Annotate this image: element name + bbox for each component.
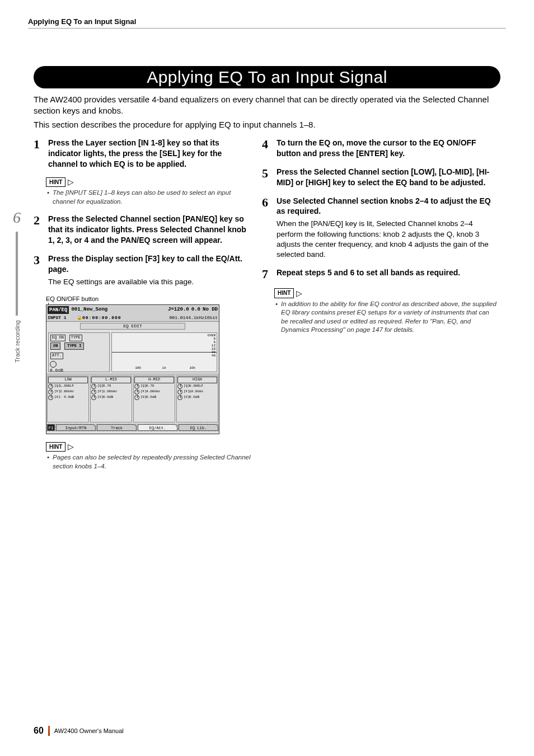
step-description: The EQ settings are available via this p… <box>48 277 252 287</box>
chart-tick: 10k <box>189 366 195 370</box>
step-title: To turn the EQ on, move the cursor to th… <box>277 138 476 158</box>
input-label: INPUT 1 <box>48 315 77 321</box>
step-number: 3 <box>34 254 46 266</box>
step-title: Press the Selected Channel section [PAN/… <box>48 214 246 245</box>
step-1: 1 Press the Layer section [IN 1-8] key s… <box>34 138 252 170</box>
hint-text: The [INPUT SEL] 1–8 keys can also be use… <box>53 189 252 206</box>
g-knob-icon[interactable] <box>177 395 182 400</box>
eq-band: HIGH[Q]H.SHELF[F]10.0kHz[G]0.0dB <box>176 375 218 422</box>
dd-label: No DD <box>203 306 218 314</box>
f-value: 2.80kHz <box>60 389 88 394</box>
page-header: Applying EQ To an Input Signal <box>28 17 506 29</box>
band-name: L-MID <box>91 377 131 383</box>
sample-rate: 44.1kHz <box>185 315 204 321</box>
step-title: Press the Display section [F3] key to ca… <box>48 254 242 274</box>
step-title: Press the Selected Channel section [LOW]… <box>277 167 489 187</box>
att-value: 0.0dB <box>50 368 108 374</box>
hint-box: HINT ▷ In addition to the ability for fi… <box>274 288 497 335</box>
f-knob-icon[interactable] <box>177 389 182 395</box>
hint-box: HINT ▷ Pages can also be selected by rep… <box>46 442 252 471</box>
q-knob-icon[interactable] <box>134 384 139 389</box>
hint-text: Pages can also be selected by repeatedly… <box>53 453 252 471</box>
footer-manual-title: AW2400 Owner's Manual <box>54 727 124 735</box>
f-value: 10.0kHz <box>189 389 217 394</box>
att-knob-icon[interactable] <box>50 361 57 368</box>
g-value: 0.0dB <box>103 395 131 400</box>
type-label: TYPE <box>69 335 82 341</box>
tab-track[interactable]: Track <box>97 424 137 431</box>
tab-eq-att[interactable]: EQ/Att. <box>138 424 177 431</box>
g-value: 0.0dB <box>189 395 217 400</box>
step-7: 7 Repeat steps 5 and 6 to set all bands … <box>262 267 497 280</box>
q-knob-icon[interactable] <box>48 384 53 389</box>
step-6: 6 Use Selected Channel section knobs 2–4… <box>262 196 497 260</box>
hint-box: HINT ▷ The [INPUT SEL] 1–8 keys can also… <box>46 177 252 206</box>
tempo-label: J=120.0 <box>168 306 189 314</box>
eq-onoff-caption: EQ ON/OFF button <box>46 295 252 303</box>
f-knob-icon[interactable] <box>134 389 139 395</box>
intro-p1: The AW2400 provides versatile 4-band equ… <box>34 94 500 117</box>
eq-band: LOW[Q]L.SHELF[F]2.80kHz[G]- 0.0dB <box>47 375 89 422</box>
band-name: H-MID <box>134 377 174 383</box>
hint-label: HINT <box>274 288 294 298</box>
chapter-tab: 6 Track recording <box>9 207 25 363</box>
g-knob-icon[interactable] <box>91 395 96 400</box>
step-title: Use Selected Channel section knobs 2–4 t… <box>277 196 491 216</box>
f-value: 4.00kHz <box>146 389 174 394</box>
step-description: When the [PAN/EQ] key is lit, Selected C… <box>277 219 497 260</box>
song-title: 001_New_Song <box>71 306 107 314</box>
g-knob-icon[interactable] <box>134 395 139 400</box>
right-column: 4 To turn the EQ on, move the cursor to … <box>262 138 497 342</box>
intro-p2: This section describes the procedure for… <box>34 119 500 130</box>
scale-label: 48 <box>208 354 216 358</box>
step-number: 2 <box>34 214 46 227</box>
hint-label: HINT <box>46 442 65 452</box>
att-label: ATT. <box>50 353 63 359</box>
tab-eq-lib[interactable]: EQ Lib. <box>179 424 218 431</box>
step-number: 7 <box>262 268 274 280</box>
q-value: H.SHELF <box>189 384 217 388</box>
hint-arrow-icon: ▷ <box>68 443 74 450</box>
eq-band: L-MID[Q]0.70[F]1.00kHz[G]0.0dB <box>90 375 132 422</box>
footer-accent-bar <box>48 726 50 736</box>
left-column: 1 Press the Layer section [IN 1-8] key s… <box>34 138 252 478</box>
step-title: Press the Layer section [IN 1-8] key so … <box>48 138 222 168</box>
chapter-line <box>16 232 18 316</box>
page-number: 60 <box>34 725 44 737</box>
f-knob-icon[interactable] <box>91 389 96 395</box>
hint-label: HINT <box>46 177 65 187</box>
step-number: 1 <box>34 138 46 151</box>
hint-arrow-icon: ▷ <box>68 178 74 186</box>
remain-label: 0.0 <box>191 306 200 314</box>
step-title: Repeat steps 5 and 6 to set all bands as… <box>277 268 460 277</box>
q-knob-icon[interactable] <box>91 384 96 389</box>
band-name: HIGH <box>177 377 217 383</box>
eq-onoff-caption-text: EQ ON/OFF button <box>46 295 99 302</box>
tab-input-rtn[interactable]: Input/RTN <box>56 424 96 431</box>
hint-arrow-icon: ▷ <box>296 289 302 297</box>
chart-tick: 100 <box>135 366 141 370</box>
section-title: Applying EQ To an Input Signal <box>34 66 500 88</box>
page-footer: 60 AW2400 Owner's Manual <box>34 725 124 737</box>
q-knob-icon[interactable] <box>177 384 182 389</box>
tab-fkey[interactable]: F1 <box>47 424 55 431</box>
q-value: L.SHELF <box>60 384 88 388</box>
paneq-screenshot: PAN/EQ 001_New_Song J=120.0 0.0 No DD IN… <box>46 304 219 434</box>
chapter-number: 6 <box>9 207 25 228</box>
step-number: 5 <box>262 167 274 180</box>
lock-icon: 🔒 <box>77 315 82 321</box>
eq-edit-subtitle: EQ EDIT <box>80 323 185 330</box>
eq-on-button[interactable]: ON <box>50 342 60 350</box>
paneq-label: PAN/EQ <box>48 306 69 314</box>
g-value: 0.0dB <box>146 395 174 400</box>
chapter-label: Track recording <box>13 320 22 363</box>
f-knob-icon[interactable] <box>48 389 53 395</box>
g-knob-icon[interactable] <box>48 395 53 400</box>
intro-paragraph: The AW2400 provides versatile 4-band equ… <box>34 94 500 133</box>
q-value: 0.70 <box>146 384 174 388</box>
eqon-label: EQ ON <box>50 335 65 341</box>
type-button[interactable]: TYPE I <box>64 342 84 350</box>
eq-curve-chart: 100 1k 10k OVER 0 6 12 18 30 48 <box>111 332 217 372</box>
step-4: 4 To turn the EQ on, move the cursor to … <box>262 138 497 159</box>
band-name: LOW <box>48 377 88 383</box>
